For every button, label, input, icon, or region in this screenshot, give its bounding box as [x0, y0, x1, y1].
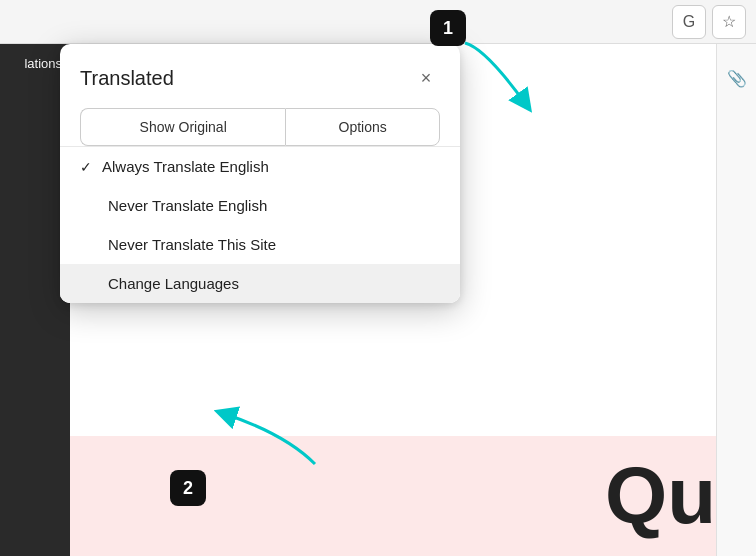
popup-close-button[interactable]: × — [412, 64, 440, 92]
menu-item-change-languages[interactable]: Change Languages — [60, 264, 460, 303]
right-strip: 📎 — [716, 44, 756, 556]
button-row: Show Original Options — [80, 108, 440, 146]
popup-header: Translated × — [80, 64, 440, 92]
menu-item-label: Always Translate English — [102, 158, 269, 175]
translate-browser-icon[interactable]: G — [672, 5, 706, 39]
options-button[interactable]: Options — [285, 108, 440, 146]
browser-bar: G ☆ — [0, 0, 756, 44]
menu-item-always-translate[interactable]: ✓ Always Translate English — [60, 147, 460, 186]
show-original-button[interactable]: Show Original — [80, 108, 285, 146]
translate-icon: G — [683, 13, 695, 31]
menu-item-never-translate[interactable]: Never Translate English — [60, 186, 460, 225]
checkmark-icon: ✓ — [80, 159, 92, 175]
sidebar-label: lations — [24, 56, 62, 71]
menu-item-never-translate-site[interactable]: Never Translate This Site — [60, 225, 460, 264]
menu-item-label: Never Translate English — [108, 197, 267, 214]
bookmark-icon: ☆ — [722, 12, 736, 31]
dropdown-menu: ✓ Always Translate English Never Transla… — [60, 146, 460, 303]
bookmark-browser-icon[interactable]: ☆ — [712, 5, 746, 39]
menu-item-label: Change Languages — [108, 275, 239, 292]
translate-popup: Translated × Show Original Options ✓ Alw… — [60, 44, 460, 303]
paperclip-icon[interactable]: 📎 — [723, 64, 751, 92]
annotation-1: 1 — [430, 10, 466, 46]
annotation-2: 2 — [170, 470, 206, 506]
page-big-text: Qu — [605, 456, 716, 536]
popup-title: Translated — [80, 67, 174, 90]
menu-item-label: Never Translate This Site — [108, 236, 276, 253]
